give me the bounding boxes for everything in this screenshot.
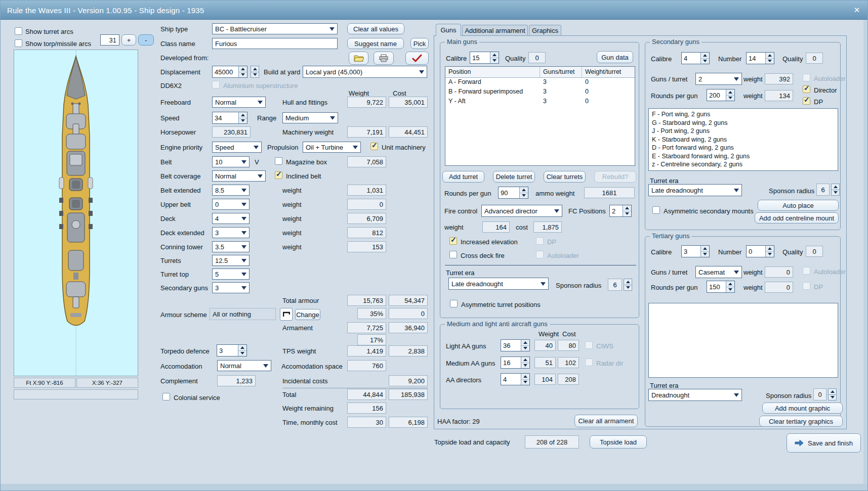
spin-up-icon[interactable]	[623, 205, 631, 211]
ter-calibre-value[interactable]: 3	[682, 246, 700, 257]
gun-data-button[interactable]: Gun data	[597, 51, 633, 63]
spin-up-icon[interactable]	[828, 388, 837, 395]
displacement-step-spinner[interactable]	[251, 66, 259, 78]
ter-calibre-spinner[interactable]: 3	[681, 245, 710, 257]
torpedo-defence-spinner[interactable]: 3	[217, 344, 247, 356]
clear-turrets-button[interactable]: Clear turrets	[544, 171, 586, 183]
zoom-out-button[interactable]: -	[138, 34, 154, 46]
secondary-mounts-list[interactable]: F - Port wing, 2 guns G - Starboard wing…	[648, 108, 838, 171]
spin-up-icon[interactable]	[701, 246, 709, 252]
freeboard-select[interactable]: Normal	[212, 97, 266, 108]
spin-up-icon[interactable]	[831, 184, 840, 190]
spin-down-icon[interactable]	[766, 252, 774, 257]
sec-number-spinner[interactable]: 14	[746, 52, 774, 64]
spin-down-icon[interactable]	[520, 193, 528, 199]
list-item[interactable]: K - Starboard wing, 2 guns	[652, 136, 835, 144]
light-aa-spinner[interactable]: 36	[501, 339, 530, 351]
cross-deck-fire-checkbox[interactable]	[449, 251, 457, 258]
spin-up-icon[interactable]	[521, 357, 529, 363]
spin-down-icon[interactable]	[239, 72, 247, 78]
displacement-spinner[interactable]: 45000	[212, 66, 247, 78]
sec-dp-checkbox[interactable]	[803, 97, 810, 105]
increased-elevation-checkbox[interactable]	[449, 237, 457, 245]
spin-down-icon[interactable]	[701, 252, 709, 257]
auto-place-button[interactable]: Auto place	[758, 200, 839, 211]
spin-down-icon[interactable]	[624, 285, 632, 291]
table-row[interactable]: B - Forward superimposed 3 0	[445, 87, 635, 97]
spin-down-icon[interactable]	[828, 395, 837, 401]
main-rounds-value[interactable]: 90	[499, 187, 519, 198]
spin-up-icon[interactable]	[701, 53, 709, 59]
pick-button[interactable]: Pick	[410, 38, 429, 49]
belt-select[interactable]: 10	[212, 156, 250, 167]
spin-down-icon[interactable]	[490, 58, 499, 64]
sec-turret-era-select[interactable]: Late dreadnought	[648, 184, 742, 196]
fire-control-select[interactable]: Advanced director	[481, 205, 562, 217]
ter-rounds-value[interactable]: 150	[707, 281, 726, 292]
ter-number-value[interactable]: 0	[747, 246, 765, 257]
sec-number-value[interactable]: 14	[747, 53, 765, 64]
displacement-value[interactable]: 45000	[213, 66, 238, 77]
fc-positions-value[interactable]: 2	[610, 205, 623, 216]
asymmetric-secondary-checkbox[interactable]	[652, 206, 660, 214]
medium-aa-spinner[interactable]: 16	[501, 356, 530, 369]
aa-directors-spinner[interactable]: 4	[501, 373, 530, 385]
main-sponson-spinner[interactable]	[624, 279, 632, 291]
aa-directors-value[interactable]: 4	[501, 374, 521, 385]
add-odd-centreline-button[interactable]: Add odd centreline mount	[755, 212, 839, 224]
list-item[interactable]: J - Port wing, 2 guns	[652, 127, 835, 136]
fc-positions-spinner[interactable]: 2	[609, 205, 632, 217]
spin-down-icon[interactable]	[239, 118, 247, 124]
spin-down-icon[interactable]	[726, 96, 734, 101]
turrets-armour-select[interactable]: 12.5	[212, 255, 250, 266]
change-armour-button[interactable]: Change	[295, 309, 320, 320]
clear-all-values-button[interactable]: Clear all values	[347, 23, 404, 34]
list-item[interactable]: G - Starboard wing, 2 guns	[652, 119, 835, 127]
main-rounds-spinner[interactable]: 90	[498, 187, 528, 199]
sec-director-checkbox[interactable]	[803, 85, 810, 93]
spin-down-icon[interactable]	[726, 287, 734, 293]
upper-belt-select[interactable]: 0	[212, 199, 250, 210]
belt-coverage-select[interactable]: Normal	[212, 170, 266, 182]
range-select[interactable]: Medium	[282, 112, 338, 123]
topside-load-button[interactable]: Topside load	[590, 435, 647, 449]
spin-down-icon[interactable]	[521, 380, 529, 385]
build-at-yard-select[interactable]: Local yard (45,000)	[303, 66, 427, 78]
sec-calibre-spinner[interactable]: 4	[681, 52, 710, 64]
tertiary-mounts-list[interactable]	[648, 303, 838, 378]
list-item[interactable]: E - Starboard forward wing, 2 guns	[652, 152, 835, 161]
ship-canvas[interactable]	[14, 50, 138, 376]
ter-sponson-spinner[interactable]	[828, 388, 837, 400]
suggest-name-button[interactable]: Suggest name	[347, 38, 404, 49]
delete-turret-button[interactable]: Delete turret	[493, 171, 535, 183]
inclined-belt-checkbox[interactable]	[275, 171, 282, 179]
speed-value[interactable]: 34	[213, 112, 238, 123]
sec-rounds-spinner[interactable]: 200	[707, 89, 735, 101]
sec-guns-turret-select[interactable]: 2	[695, 73, 742, 85]
unit-machinery-checkbox[interactable]	[370, 143, 378, 150]
save-and-finish-button[interactable]: Save and finish	[787, 433, 861, 453]
spin-up-icon[interactable]	[521, 374, 529, 380]
spin-up-icon[interactable]	[726, 281, 734, 287]
sec-rounds-value[interactable]: 200	[707, 90, 726, 101]
torpedo-defence-value[interactable]: 3	[217, 345, 238, 356]
spin-down-icon[interactable]	[701, 59, 709, 64]
tab-additional-armament[interactable]: Additional armament	[462, 25, 528, 35]
ship-type-select[interactable]: BC - Battlecruiser	[212, 23, 338, 34]
spin-down-icon[interactable]	[238, 351, 246, 356]
spin-up-icon[interactable]	[521, 340, 529, 346]
spin-down-icon[interactable]	[521, 363, 529, 369]
main-turret-era-select[interactable]: Late dreadnought	[448, 278, 549, 290]
speed-spinner[interactable]: 34	[212, 112, 247, 124]
add-mount-graphic-button[interactable]: Add mount graphic	[762, 403, 843, 414]
zoom-in-button[interactable]: +	[121, 34, 136, 46]
spin-up-icon[interactable]	[766, 53, 774, 59]
main-calibre-spinner[interactable]: 15	[470, 52, 499, 64]
print-design-button[interactable]	[374, 52, 394, 65]
deck-extended-select[interactable]: 3	[212, 227, 250, 238]
ter-number-spinner[interactable]: 0	[746, 245, 774, 257]
spin-up-icon[interactable]	[490, 52, 499, 58]
spin-up-icon[interactable]	[726, 90, 734, 96]
spin-down-icon[interactable]	[251, 72, 259, 78]
validate-design-button[interactable]	[405, 52, 429, 65]
